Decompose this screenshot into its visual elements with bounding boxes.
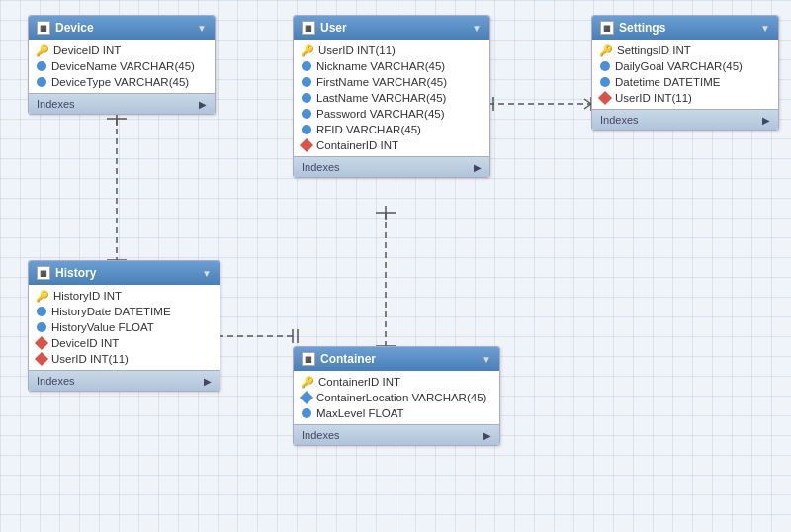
indexes-label: Indexes bbox=[600, 114, 639, 126]
table-row: Datetime DATETIME bbox=[592, 74, 778, 90]
table-icon: ▦ bbox=[600, 21, 614, 35]
circle-icon bbox=[302, 109, 311, 119]
history-table-header: ▦ History ▼ bbox=[29, 261, 220, 285]
key-icon: 🔑 bbox=[37, 44, 48, 56]
field-label: ContainerID INT bbox=[318, 376, 400, 388]
settings-indexes[interactable]: Indexes ▶ bbox=[592, 109, 778, 130]
device-indexes[interactable]: Indexes ▶ bbox=[29, 93, 215, 114]
indexes-arrow-icon: ▶ bbox=[204, 376, 212, 387]
container-table-body: 🔑 ContainerID INT ContainerLocation VARC… bbox=[294, 371, 499, 424]
field-label: ContainerLocation VARCHAR(45) bbox=[316, 392, 486, 403]
field-label: Password VARCHAR(45) bbox=[316, 108, 445, 120]
user-table-header: ▦ User ▼ bbox=[294, 16, 489, 40]
dropdown-arrow-icon[interactable]: ▼ bbox=[760, 23, 770, 34]
indexes-label: Indexes bbox=[302, 161, 340, 173]
table-row: DeviceName VARCHAR(45) bbox=[29, 58, 215, 74]
svg-line-16 bbox=[584, 104, 591, 109]
svg-line-15 bbox=[584, 99, 591, 104]
field-label: SettingsID INT bbox=[617, 44, 691, 56]
table-row: 🔑 ContainerID INT bbox=[294, 374, 499, 390]
diamond-red-icon bbox=[598, 91, 612, 105]
settings-table: ▦ Settings ▼ 🔑 SettingsID INT DailyGoal … bbox=[591, 15, 779, 131]
circle-icon bbox=[600, 77, 610, 87]
indexes-label: Indexes bbox=[37, 375, 75, 387]
settings-table-title: Settings bbox=[619, 21, 665, 35]
field-label: HistoryValue FLOAT bbox=[51, 321, 154, 333]
container-table-header: ▦ Container ▼ bbox=[294, 347, 499, 371]
circle-icon bbox=[302, 61, 311, 71]
diamond-red-icon bbox=[300, 138, 313, 152]
settings-table-body: 🔑 SettingsID INT DailyGoal VARCHAR(45) D… bbox=[592, 40, 778, 109]
field-label: Nickname VARCHAR(45) bbox=[316, 60, 445, 72]
field-label: DeviceID INT bbox=[51, 337, 119, 349]
field-label: UserID INT(11) bbox=[318, 44, 396, 56]
circle-icon bbox=[37, 307, 46, 316]
user-table: ▦ User ▼ 🔑 UserID INT(11) Nickname VARCH… bbox=[293, 15, 490, 178]
user-indexes[interactable]: Indexes ▶ bbox=[294, 156, 489, 177]
key-icon: 🔑 bbox=[302, 376, 313, 388]
table-row: HistoryDate DATETIME bbox=[29, 304, 220, 319]
field-label: Datetime DATETIME bbox=[615, 76, 721, 88]
field-label: DeviceType VARCHAR(45) bbox=[51, 76, 189, 88]
field-label: UserID INT(11) bbox=[51, 353, 129, 365]
device-table-header: ▦ Device ▼ bbox=[29, 16, 215, 40]
table-row: DeviceType VARCHAR(45) bbox=[29, 74, 215, 90]
diamond-red-icon bbox=[35, 336, 48, 350]
indexes-label: Indexes bbox=[302, 429, 340, 441]
key-icon: 🔑 bbox=[37, 290, 48, 302]
dropdown-arrow-icon[interactable]: ▼ bbox=[197, 23, 207, 34]
table-row: 🔑 UserID INT(11) bbox=[294, 43, 489, 58]
table-row: ContainerLocation VARCHAR(45) bbox=[294, 390, 499, 405]
container-indexes[interactable]: Indexes ▶ bbox=[294, 424, 499, 445]
table-row: HistoryValue FLOAT bbox=[29, 319, 220, 335]
table-icon: ▦ bbox=[302, 21, 315, 35]
table-icon: ▦ bbox=[302, 352, 315, 366]
indexes-label: Indexes bbox=[37, 98, 75, 110]
dropdown-arrow-icon[interactable]: ▼ bbox=[482, 354, 491, 365]
field-label: FirstName VARCHAR(45) bbox=[316, 76, 447, 88]
table-row: Password VARCHAR(45) bbox=[294, 106, 489, 122]
field-label: DailyGoal VARCHAR(45) bbox=[615, 60, 743, 72]
circle-icon bbox=[37, 77, 46, 87]
table-row: MaxLevel FLOAT bbox=[294, 405, 499, 421]
dropdown-arrow-icon[interactable]: ▼ bbox=[472, 23, 482, 34]
settings-table-header: ▦ Settings ▼ bbox=[592, 16, 778, 40]
indexes-arrow-icon: ▶ bbox=[762, 115, 770, 126]
history-table: ▦ History ▼ 🔑 HistoryID INT HistoryDate … bbox=[28, 260, 220, 392]
table-row: UserID INT(11) bbox=[29, 351, 220, 367]
indexes-arrow-icon: ▶ bbox=[199, 99, 207, 110]
circle-icon bbox=[302, 125, 311, 134]
table-row: DailyGoal VARCHAR(45) bbox=[592, 58, 778, 74]
field-label: DeviceName VARCHAR(45) bbox=[51, 60, 195, 72]
circle-icon bbox=[600, 61, 610, 71]
device-table-body: 🔑 DeviceID INT DeviceName VARCHAR(45) De… bbox=[29, 40, 215, 93]
dropdown-arrow-icon[interactable]: ▼ bbox=[202, 268, 212, 279]
container-table-title: Container bbox=[320, 352, 376, 366]
table-row: FirstName VARCHAR(45) bbox=[294, 74, 489, 90]
circle-icon bbox=[37, 61, 46, 71]
indexes-arrow-icon: ▶ bbox=[483, 430, 491, 441]
table-row: UserID INT(11) bbox=[592, 90, 778, 106]
history-table-body: 🔑 HistoryID INT HistoryDate DATETIME His… bbox=[29, 285, 220, 370]
table-row: 🔑 DeviceID INT bbox=[29, 43, 215, 58]
table-row: ContainerID INT bbox=[294, 137, 489, 153]
table-row: DeviceID INT bbox=[29, 335, 220, 351]
field-label: HistoryID INT bbox=[53, 290, 122, 302]
circle-icon bbox=[37, 322, 46, 332]
field-label: RFID VARCHAR(45) bbox=[316, 124, 421, 135]
key-icon: 🔑 bbox=[302, 44, 313, 56]
table-icon: ▦ bbox=[37, 266, 50, 280]
diamond-red-icon bbox=[35, 352, 48, 366]
field-label: HistoryDate DATETIME bbox=[51, 306, 171, 317]
circle-icon bbox=[302, 77, 311, 87]
history-indexes[interactable]: Indexes ▶ bbox=[29, 370, 220, 391]
key-icon: 🔑 bbox=[600, 44, 612, 56]
table-icon: ▦ bbox=[37, 21, 50, 35]
table-row: Nickname VARCHAR(45) bbox=[294, 58, 489, 74]
table-row: 🔑 HistoryID INT bbox=[29, 288, 220, 304]
device-table: ▦ Device ▼ 🔑 DeviceID INT DeviceName VAR… bbox=[28, 15, 216, 115]
device-table-title: Device bbox=[55, 21, 94, 35]
table-row: 🔑 SettingsID INT bbox=[592, 43, 778, 58]
table-row: LastName VARCHAR(45) bbox=[294, 90, 489, 106]
indexes-arrow-icon: ▶ bbox=[474, 162, 482, 173]
